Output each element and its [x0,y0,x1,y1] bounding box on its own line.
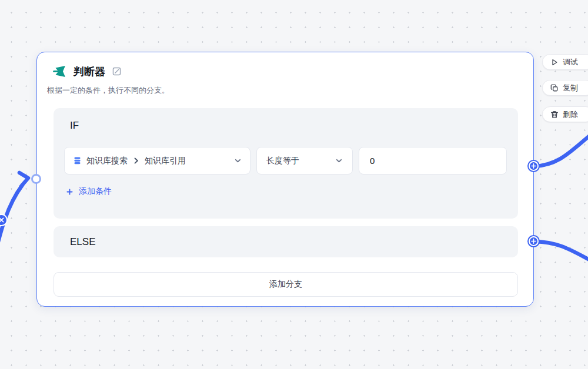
workflow-canvas[interactable]: 判断器 根据一定的条件，执行不同的分支。 IF [0,0,588,369]
copy-icon [550,84,559,92]
chevron-right-icon [132,157,140,165]
incoming-edge [0,185,22,267]
plus-icon [66,189,73,195]
edit-pencil-icon [112,66,122,76]
else-output-port[interactable] [529,236,539,246]
edge-arrowhead-icon [19,173,28,186]
condition-node[interactable]: 判断器 根据一定的条件，执行不同的分支。 IF [36,52,534,307]
if-output-port[interactable] [529,161,539,171]
if-output-edge [534,135,588,166]
add-branch-label: 添加分支 [269,279,302,290]
chevron-down-icon [335,157,343,165]
plus-icon [531,163,536,169]
debug-label: 调试 [563,57,578,68]
trash-icon [550,110,559,119]
database-icon [73,156,82,165]
else-output-edge [534,241,588,260]
add-condition-button[interactable]: 添加条件 [66,184,112,199]
debug-button[interactable]: 调试 [542,54,588,70]
variable-node-label: 知识库搜索 [86,156,128,166]
node-title: 判断器 [74,66,105,77]
add-condition-label: 添加条件 [79,186,112,197]
branch-split-icon [52,64,67,79]
edit-title-button[interactable] [112,66,122,76]
plus-icon [531,239,536,244]
else-label: ELSE [70,236,95,248]
operator-label: 长度等于 [266,156,299,166]
operator-selector[interactable]: 长度等于 [256,147,353,175]
variable-field-label: 知识库引用 [145,156,186,166]
input-port[interactable] [31,174,41,184]
condition-row: 知识库搜索 知识库引用 长度等于 [64,147,507,175]
delete-label: 删除 [563,109,578,120]
node-header: 判断器 [52,64,122,79]
condition-value-input[interactable] [359,147,507,175]
add-branch-button[interactable]: 添加分支 [54,272,518,297]
play-icon [550,58,559,66]
if-label: IF [70,120,79,132]
delete-button[interactable]: 删除 [542,106,588,122]
close-icon [0,217,4,223]
variable-selector[interactable]: 知识库搜索 知识库引用 [64,147,250,175]
chevron-down-icon [234,157,242,165]
if-section: IF 知识库搜索 [54,108,518,219]
node-description: 根据一定的条件，执行不同的分支。 [47,85,169,96]
copy-label: 复制 [563,83,578,93]
else-section: ELSE [54,226,518,257]
copy-button[interactable]: 复制 [542,80,588,96]
